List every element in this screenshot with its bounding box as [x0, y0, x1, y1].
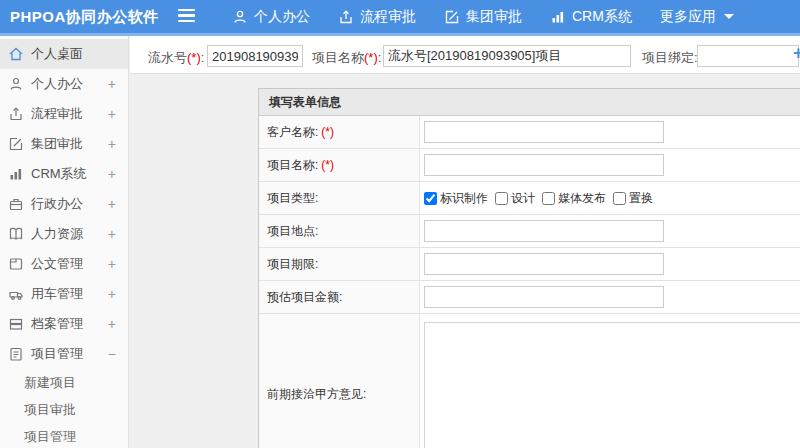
- checkbox-media-release[interactable]: [542, 192, 555, 205]
- topnav-label: 流程审批: [360, 8, 416, 26]
- sidebar-item-archives[interactable]: 档案管理 +: [0, 309, 128, 339]
- required-mark: (*): [321, 158, 334, 172]
- sidebar-subitem-project-manage[interactable]: 项目管理: [0, 423, 128, 448]
- project-type-options: 标识制作 设计 媒体发布 置换: [424, 190, 660, 207]
- sidebar-item-label: 行政办公: [31, 195, 83, 213]
- doc-icon: [8, 256, 24, 272]
- checkbox-design[interactable]: [495, 192, 508, 205]
- sidebar-item-projects[interactable]: 项目管理 −: [0, 339, 128, 369]
- checkbox-label: 标识制作: [440, 190, 488, 207]
- project-icon: [8, 346, 24, 362]
- field-value-cell: 标识制作 设计 媒体发布 置换: [420, 182, 800, 214]
- topnav-label: 集团审批: [466, 8, 522, 26]
- sidebar-item-documents[interactable]: 公文管理 +: [0, 249, 128, 279]
- field-value-cell: [420, 215, 800, 247]
- customer-name-input[interactable]: [424, 121, 664, 143]
- sidebar-item-hr[interactable]: 人力资源 +: [0, 219, 128, 249]
- party-a-opinion-textarea[interactable]: [424, 322, 800, 448]
- record-header-strip: 流水号(*): 项目名称(*): 项目绑定: +: [130, 36, 800, 74]
- checkbox-label: 设计: [511, 190, 535, 207]
- expand-plus-icon: +: [108, 76, 116, 92]
- topnav-label: 更多应用: [660, 8, 716, 26]
- form-row-project-location: 项目地点:: [259, 215, 800, 248]
- project-bind-input[interactable]: [697, 45, 799, 67]
- sidebar-item-admin-office[interactable]: 行政办公 +: [0, 189, 128, 219]
- project-location-input[interactable]: [424, 220, 664, 242]
- sidebar-item-crm[interactable]: CRM系统 +: [0, 159, 128, 189]
- book-icon: [8, 226, 24, 242]
- topnav-personal-office[interactable]: 个人办公: [218, 0, 324, 33]
- checkbox-label: 置换: [629, 190, 653, 207]
- field-value-cell: [420, 281, 800, 313]
- field-label: 项目期限:: [259, 248, 420, 280]
- topnav-process-approval[interactable]: 流程审批: [324, 0, 430, 33]
- topnav-group-approval[interactable]: 集团审批: [430, 0, 536, 33]
- top-nav: 个人办公 流程审批 集团审批 CRM系统 更多应用: [218, 0, 748, 33]
- field-label: 项目名称:(*): [259, 149, 420, 181]
- sidebar: 个人桌面 个人办公 + 流程审批 + 集团审批 + CRM系统 + 行政办公 +…: [0, 36, 129, 448]
- topnav-more-apps[interactable]: 更多应用: [646, 0, 748, 33]
- sidebar-item-label: 项目管理: [31, 345, 83, 363]
- form-row-estimated-amount: 预估项目金额:: [259, 281, 800, 314]
- expand-plus-icon: +: [108, 316, 116, 332]
- estimated-amount-input[interactable]: [424, 286, 664, 308]
- field-label: 客户名称:(*): [259, 116, 420, 148]
- app-logo: PHPOA协同办公软件: [10, 0, 159, 33]
- sidebar-item-desktop[interactable]: 个人桌面: [0, 39, 128, 69]
- sidebar-item-label: 用车管理: [31, 285, 83, 303]
- edit-icon: [8, 136, 24, 152]
- sidebar-item-vehicles[interactable]: 用车管理 +: [0, 279, 128, 309]
- chart-icon: [8, 166, 24, 182]
- project-duration-input[interactable]: [424, 253, 664, 275]
- expand-plus-icon: +: [108, 286, 116, 302]
- form-row-party-a-opinion: 前期接洽甲方意见:: [259, 314, 800, 448]
- project-name-form-input[interactable]: [424, 154, 664, 176]
- serial-label: 流水号(*):: [148, 49, 204, 67]
- project-name-input[interactable]: [383, 45, 631, 67]
- home-icon: [8, 46, 24, 62]
- sidebar-item-label: 流程审批: [31, 105, 83, 123]
- serial-input[interactable]: [207, 45, 303, 67]
- sidebar-item-label: 公文管理: [31, 255, 83, 273]
- required-mark: (*): [321, 125, 334, 139]
- briefcase-icon: [8, 196, 24, 212]
- field-label: 预估项目金额:: [259, 281, 420, 313]
- expand-plus-icon: +: [108, 106, 116, 122]
- form-table: 填写表单信息 客户名称:(*) 项目名称:(*) 项目类型: 标识制作 设计 媒…: [258, 88, 800, 448]
- form-title: 填写表单信息: [259, 89, 800, 116]
- checkbox-sign-making[interactable]: [424, 192, 437, 205]
- expand-plus-icon: +: [108, 196, 116, 212]
- topnav-label: CRM系统: [572, 8, 632, 26]
- archive-icon: [8, 316, 24, 332]
- sidebar-item-label: 个人桌面: [31, 45, 83, 63]
- user-icon: [232, 9, 248, 25]
- form-row-project-name: 项目名称:(*): [259, 149, 800, 182]
- expand-plus-icon: +: [108, 136, 116, 152]
- sidebar-item-label: 人力资源: [31, 225, 83, 243]
- field-value-cell: [420, 149, 800, 181]
- sidebar-subitem-new-project[interactable]: 新建项目: [0, 369, 128, 396]
- sidebar-subitem-project-approval[interactable]: 项目审批: [0, 396, 128, 423]
- process-icon: [338, 9, 354, 25]
- checkbox-label: 媒体发布: [558, 190, 606, 207]
- field-value-cell: [420, 314, 800, 448]
- content-area: 填写表单信息 客户名称:(*) 项目名称:(*) 项目类型: 标识制作 设计 媒…: [130, 74, 800, 448]
- topnav-crm[interactable]: CRM系统: [536, 0, 646, 33]
- field-label: 前期接洽甲方意见:: [259, 314, 420, 448]
- topnav-label: 个人办公: [254, 8, 310, 26]
- add-bind-button[interactable]: +: [793, 43, 800, 64]
- field-value-cell: [420, 248, 800, 280]
- project-bind-label: 项目绑定:: [642, 49, 698, 67]
- sidebar-item-personal-office[interactable]: 个人办公 +: [0, 69, 128, 99]
- menu-toggle-icon[interactable]: [178, 9, 195, 24]
- sidebar-item-label: 档案管理: [31, 315, 83, 333]
- checkbox-exchange[interactable]: [613, 192, 626, 205]
- field-label: 项目地点:: [259, 215, 420, 247]
- user-icon: [8, 76, 24, 92]
- sidebar-item-group-approval[interactable]: 集团审批 +: [0, 129, 128, 159]
- expand-plus-icon: +: [108, 166, 116, 182]
- topbar: PHPOA协同办公软件 个人办公 流程审批 集团审批 CRM系统 更多应用: [0, 0, 800, 33]
- sidebar-item-label: 个人办公: [31, 75, 83, 93]
- sidebar-item-process-approval[interactable]: 流程审批 +: [0, 99, 128, 129]
- form-row-project-type: 项目类型: 标识制作 设计 媒体发布 置换: [259, 182, 800, 215]
